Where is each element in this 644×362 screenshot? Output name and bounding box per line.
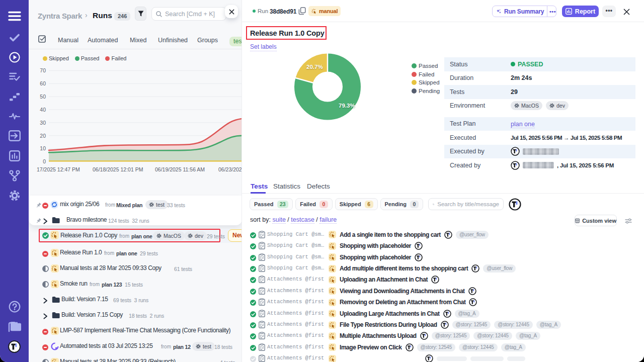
svg-text:60: 60 xyxy=(40,80,46,86)
svg-text:70: 70 xyxy=(40,67,46,73)
svg-text:20: 20 xyxy=(40,133,46,139)
svg-text:0: 0 xyxy=(43,158,46,164)
svg-text:40: 40 xyxy=(40,107,46,113)
svg-text:50: 50 xyxy=(40,94,46,100)
svg-text:10: 10 xyxy=(40,145,46,151)
svg-text:30: 30 xyxy=(40,120,46,126)
